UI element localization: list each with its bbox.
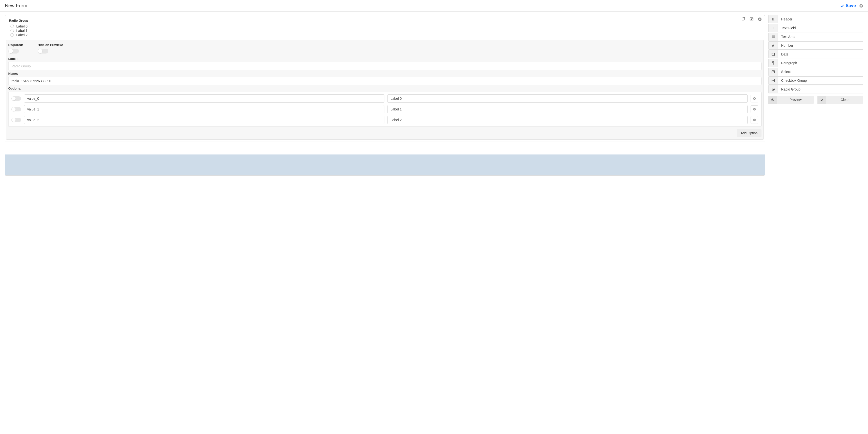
- required-toggle[interactable]: [8, 49, 19, 54]
- option-value-input[interactable]: [24, 116, 384, 124]
- option-row: [11, 116, 758, 124]
- radio-preview-item[interactable]: Label 1: [10, 29, 761, 33]
- option-row: [11, 105, 758, 113]
- palette-paragraph[interactable]: ¶ Paragraph: [768, 59, 863, 67]
- radio-preview-item[interactable]: Label 0: [10, 24, 761, 28]
- main-area: Radio Group Label 0 Label 1 Label 2: [0, 12, 868, 179]
- name-field-label: Name:: [8, 72, 762, 76]
- field-preview: Radio Group Label 0 Label 1 Label 2: [5, 15, 765, 40]
- palette-label: Paragraph: [778, 59, 800, 67]
- calendar-icon: [769, 50, 778, 58]
- option-label-input[interactable]: [387, 94, 748, 103]
- edit-button[interactable]: [750, 17, 753, 22]
- check-icon: [840, 4, 844, 8]
- eye-icon: [768, 96, 777, 104]
- save-button[interactable]: Save: [840, 3, 856, 8]
- sidebar-actions: Preview Clear: [768, 96, 863, 104]
- svg-point-18: [772, 99, 773, 100]
- radio-preview-list: Label 0 Label 1 Label 2: [9, 24, 761, 37]
- field-palette: H Header T Text Field Text Area # Number…: [768, 15, 863, 104]
- pilcrow-icon: ¶: [769, 59, 778, 67]
- delete-button[interactable]: [758, 17, 762, 22]
- svg-rect-10: [772, 53, 774, 56]
- page-title: New Form: [5, 3, 27, 8]
- field-block-radio-group[interactable]: Radio Group Label 0 Label 1 Label 2: [5, 15, 765, 142]
- option-remove-button[interactable]: [750, 105, 758, 113]
- palette-number[interactable]: # Number: [768, 41, 863, 50]
- palette-label: Text Area: [778, 33, 799, 40]
- clear-button-label: Clear: [826, 96, 863, 104]
- field-type-label: Radio Group: [9, 19, 761, 22]
- radio-item-label: Label 0: [16, 24, 28, 28]
- check-box-icon: [769, 77, 778, 84]
- palette-label: Radio Group: [778, 85, 804, 93]
- option-default-toggle[interactable]: [11, 118, 21, 122]
- option-row: [11, 94, 758, 103]
- radio-preview-item[interactable]: Label 2: [10, 33, 761, 37]
- options-box: [8, 92, 762, 127]
- radio-item-label: Label 2: [16, 33, 28, 37]
- name-section: Name:: [8, 70, 762, 85]
- palette-label: Checkbox Group: [778, 77, 810, 84]
- option-remove-button[interactable]: [750, 116, 758, 124]
- palette-label: Text Field: [778, 24, 799, 32]
- radio-icon: [10, 25, 14, 28]
- header-actions: Save: [840, 3, 863, 8]
- preview-button-label: Preview: [777, 96, 814, 104]
- label-field-label: Label:: [8, 57, 762, 61]
- option-default-toggle[interactable]: [11, 96, 21, 101]
- label-section: Label:: [8, 55, 762, 70]
- palette-select[interactable]: Select: [768, 68, 863, 76]
- options-section: Options:: [8, 85, 762, 137]
- options-field-label: Options:: [8, 87, 762, 90]
- canvas-dropzone[interactable]: [5, 154, 765, 175]
- option-remove-button[interactable]: [750, 95, 758, 103]
- duplicate-button[interactable]: [741, 17, 745, 22]
- palette-checkbox-group[interactable]: Checkbox Group: [768, 77, 863, 85]
- svg-point-17: [773, 89, 774, 90]
- option-value-input[interactable]: [24, 105, 384, 113]
- clear-button[interactable]: Clear: [817, 96, 863, 104]
- radio-icon: [10, 29, 14, 32]
- palette-label: Header: [778, 15, 796, 23]
- palette-text-field[interactable]: T Text Field: [768, 24, 863, 32]
- palette-radio-group[interactable]: Radio Group: [768, 85, 863, 93]
- svg-rect-1: [742, 18, 744, 20]
- required-col: Required:: [8, 43, 23, 54]
- close-icon: [859, 4, 863, 8]
- hide-on-preview-toggle[interactable]: [38, 49, 49, 54]
- page-header: New Form Save: [0, 0, 868, 12]
- hide-label: Hide on Preview:: [38, 43, 63, 47]
- option-default-toggle[interactable]: [11, 107, 21, 111]
- close-icon: [753, 108, 756, 111]
- lines-icon: [769, 33, 778, 40]
- field-actions: [741, 17, 762, 22]
- label-input[interactable]: [8, 62, 762, 70]
- palette-label: Select: [778, 68, 794, 76]
- heading-icon: H: [769, 15, 778, 23]
- copy-icon: [741, 17, 745, 21]
- option-label-input[interactable]: [387, 105, 748, 113]
- text-icon: T: [769, 24, 778, 32]
- add-option-button[interactable]: Add Option: [737, 129, 762, 137]
- required-label: Required:: [8, 43, 23, 47]
- palette-text-area[interactable]: Text Area: [768, 33, 863, 41]
- save-button-label: Save: [846, 3, 856, 8]
- palette-label: Date: [778, 50, 792, 58]
- palette-date[interactable]: Date: [768, 50, 863, 58]
- dot-circle-icon: [769, 85, 778, 93]
- close-icon: [753, 97, 756, 100]
- name-input[interactable]: [8, 77, 762, 85]
- radio-icon: [10, 33, 14, 37]
- caret-box-icon: [769, 68, 778, 76]
- option-value-input[interactable]: [24, 94, 384, 103]
- option-label-input[interactable]: [387, 116, 748, 124]
- form-canvas[interactable]: Radio Group Label 0 Label 1 Label 2: [5, 15, 765, 176]
- close-button[interactable]: [859, 4, 863, 8]
- radio-item-label: Label 1: [16, 29, 28, 33]
- field-editor: Required: Hide on Preview: Label: Name:: [6, 40, 764, 140]
- hide-col: Hide on Preview:: [38, 43, 63, 54]
- palette-header[interactable]: H Header: [768, 15, 863, 23]
- preview-button[interactable]: Preview: [768, 96, 814, 104]
- close-icon: [753, 118, 756, 121]
